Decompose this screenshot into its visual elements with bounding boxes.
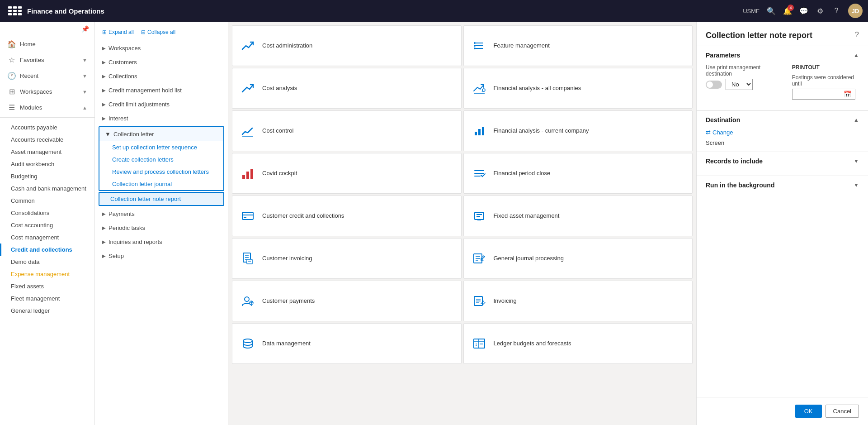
mid-nav-cl-note-report[interactable]: Collection letter note report <box>99 192 224 206</box>
mid-nav-credit-hold[interactable]: ▶ Credit management hold list <box>95 83 228 97</box>
mid-nav-setup-seq[interactable]: Set up collection letter sequence <box>99 141 223 153</box>
sidebar-item-workspaces[interactable]: ⊞ Workspaces ▼ <box>0 84 94 100</box>
module-fleet-management[interactable]: Fleet management <box>0 292 94 305</box>
financial-period-close-label: Financial period close <box>494 169 551 177</box>
sidebar-item-modules[interactable]: ☰ Modules ▲ <box>0 100 94 115</box>
module-cost-management[interactable]: Cost management <box>0 231 94 244</box>
mid-nav-customers[interactable]: ▶ Customers <box>95 55 228 69</box>
mid-nav-create-letters[interactable]: Create collection letters <box>99 153 223 166</box>
module-demo-data[interactable]: Demo data <box>0 256 94 268</box>
feature-management-label: Feature management <box>494 42 550 50</box>
module-cost-accounting[interactable]: Cost accounting <box>0 219 94 231</box>
module-asset-management[interactable]: Asset management <box>0 146 94 158</box>
tile-data-management[interactable]: Data management <box>232 323 462 364</box>
printout-field: PRINTOUT Postings were considered until … <box>792 64 859 100</box>
tile-customer-credit[interactable]: Customer credit and collections <box>232 196 462 236</box>
module-consolidations[interactable]: Consolidations <box>0 207 94 219</box>
avatar[interactable]: JD <box>848 4 863 18</box>
module-expense-management[interactable]: Expense management <box>0 268 94 280</box>
sidebar-item-favorites[interactable]: ☆ Favorites ▼ <box>0 52 94 68</box>
app-title: Finance and Operations <box>27 7 739 15</box>
print-mgmt-select[interactable]: No Yes <box>726 79 753 90</box>
date-input[interactable]: 📅 <box>792 89 855 100</box>
destination-change-link[interactable]: ⇄ Change <box>706 129 859 136</box>
collections-expand-arrow: ▶ <box>102 74 106 79</box>
parameters-section-header[interactable]: Parameters ▲ <box>706 52 859 59</box>
module-accounts-payable[interactable]: Accounts payable <box>0 121 94 134</box>
records-section-header[interactable]: Records to include ▼ <box>706 158 859 165</box>
tile-customer-payments[interactable]: Customer payments <box>232 281 462 321</box>
cost-control-label: Cost control <box>262 127 293 135</box>
tile-feature-management[interactable]: Feature management <box>463 25 693 66</box>
calendar-icon[interactable]: 📅 <box>844 91 851 98</box>
inquiries-expand-arrow: ▶ <box>102 239 106 244</box>
tile-customer-invoicing[interactable]: Customer invoicing <box>232 238 462 279</box>
waffle-menu[interactable] <box>5 4 20 18</box>
tile-financial-analysis-all[interactable]: Financial analysis - all companies <box>463 68 693 109</box>
periodic-expand-arrow: ▶ <box>102 225 106 230</box>
module-general-ledger[interactable]: General ledger <box>0 305 94 317</box>
svg-rect-12 <box>242 175 245 179</box>
mid-nav-collections[interactable]: ▶ Collections <box>95 69 228 83</box>
divider <box>0 117 94 118</box>
module-audit-workbench[interactable]: Audit workbench <box>0 158 94 170</box>
tile-financial-period-close[interactable]: Financial period close <box>463 153 693 194</box>
parameters-chevron: ▲ <box>854 52 859 58</box>
right-panel-close[interactable]: ? <box>855 31 859 39</box>
mid-nav-collection-letter[interactable]: ▼ Collection letter <box>99 127 223 141</box>
mid-nav-inquiries[interactable]: ▶ Inquiries and reports <box>95 235 228 249</box>
module-common[interactable]: Common <box>0 195 94 207</box>
tile-invoicing[interactable]: Invoicing <box>463 281 693 321</box>
tile-cost-control[interactable]: Cost control <box>232 110 462 151</box>
pin-icon[interactable]: 📌 <box>81 25 89 33</box>
search-icon[interactable]: 🔍 <box>767 6 776 15</box>
module-budgeting[interactable]: Budgeting <box>0 170 94 182</box>
tile-ledger-budgets[interactable]: Ledger budgets and forecasts <box>463 323 693 364</box>
ledger-budgets-icon <box>471 335 487 352</box>
notifications-icon[interactable]: 🔔 4 <box>783 6 792 15</box>
mid-nav-workspaces[interactable]: ▶ Workspaces <box>95 41 228 55</box>
right-panel-footer: OK Cancel <box>697 397 868 425</box>
mid-nav-cl-journal[interactable]: Collection letter journal <box>99 178 223 190</box>
tile-covid-cockpit[interactable]: Covid cockpit <box>232 153 462 194</box>
mid-nav-payments[interactable]: ▶ Payments <box>95 207 228 221</box>
mid-nav-interest[interactable]: ▶ Interest <box>95 111 228 125</box>
print-mgmt-field: Use print management destination No Yes <box>706 64 781 90</box>
cancel-button[interactable]: Cancel <box>826 405 859 418</box>
expand-all-button[interactable]: ⊞ Expand all <box>102 29 134 35</box>
destination-section-header[interactable]: Destination ▲ <box>706 116 859 124</box>
credit-hold-expand-arrow: ▶ <box>102 88 106 93</box>
print-mgmt-toggle[interactable] <box>706 81 722 89</box>
customer-payments-icon <box>240 293 256 309</box>
tile-financial-analysis-current[interactable]: Financial analysis - current company <box>463 110 693 151</box>
module-cash-bank[interactable]: Cash and bank management <box>0 182 94 195</box>
module-fixed-assets[interactable]: Fixed assets <box>0 280 94 292</box>
svg-rect-9 <box>475 132 477 135</box>
run-bg-section-header[interactable]: Run in the background ▼ <box>706 181 859 189</box>
settings-icon[interactable]: ⚙ <box>816 6 825 15</box>
module-credit-collections[interactable]: Credit and collections <box>0 244 94 256</box>
print-mgmt-form-field: No Yes <box>706 79 781 90</box>
tile-fixed-asset-mgmt[interactable]: Fixed asset management <box>463 196 693 236</box>
general-journal-label: General journal processing <box>494 254 564 263</box>
sidebar-item-recent[interactable]: 🕐 Recent ▼ <box>0 68 94 84</box>
help-icon[interactable]: ? <box>832 6 841 15</box>
collapse-all-button[interactable]: ⊟ Collapse all <box>141 29 175 35</box>
run-bg-chevron: ▼ <box>854 182 859 188</box>
sidebar-item-home[interactable]: 🏠 Home <box>0 36 94 52</box>
svg-line-7 <box>482 91 483 92</box>
mid-nav-setup[interactable]: ▶ Setup <box>95 249 228 263</box>
ok-button[interactable]: OK <box>795 405 822 418</box>
tile-general-journal[interactable]: General journal processing <box>463 238 693 279</box>
workspace-area: Cost administration Feature management <box>228 22 696 425</box>
tile-cost-administration[interactable]: Cost administration <box>232 25 462 66</box>
mid-nav-review-process[interactable]: Review and process collection letters <box>99 166 223 178</box>
tile-cost-analysis[interactable]: Cost analysis <box>232 68 462 109</box>
module-accounts-receivable[interactable]: Accounts receivable <box>0 134 94 146</box>
chat-icon[interactable]: 💬 <box>799 6 808 15</box>
top-nav: Finance and Operations USMF 🔍 🔔 4 💬 ⚙ ? … <box>0 0 868 22</box>
user-company: USMF <box>743 8 760 14</box>
mid-nav-credit-limit[interactable]: ▶ Credit limit adjustments <box>95 97 228 111</box>
mid-nav-periodic[interactable]: ▶ Periodic tasks <box>95 221 228 235</box>
collapse-icon: ⊟ <box>141 29 146 35</box>
